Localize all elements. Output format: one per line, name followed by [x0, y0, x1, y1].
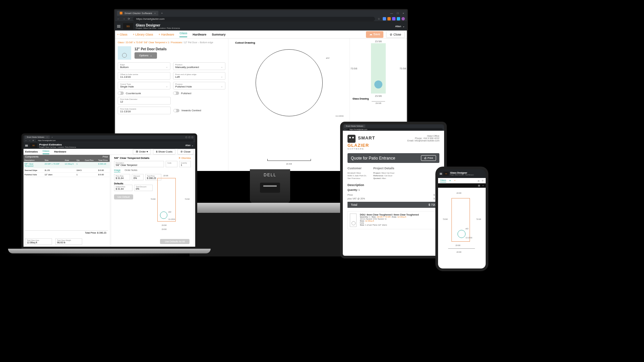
brand-logo-icon: SG [443, 172, 449, 176]
breadcrumb-item[interactable]: Processes [171, 41, 182, 44]
show-costs-button[interactable]: $ Show Costs [153, 149, 175, 155]
price-rate-input[interactable]: Price Rate$ 31.64 [114, 174, 130, 180]
qty-stepper[interactable]: Quantity1 [179, 161, 191, 167]
close-window-icon[interactable]: × [402, 12, 404, 15]
close-tab-icon[interactable]: × [47, 136, 48, 138]
extension-icon[interactable] [387, 17, 391, 20]
breadcrumb-item[interactable]: 23-5/8" x 73-5/8" 5/8" Clear Tempered x … [126, 41, 169, 44]
table-row[interactable]: Seamed Edge2L 2S194.5$ 0.00 [23, 168, 110, 173]
position-select[interactable]: PositionManually positioned⌄ [173, 62, 226, 70]
new-tab-icon[interactable]: + [52, 136, 53, 138]
url-input[interactable]: https://smartglazier.com [133, 17, 375, 21]
maximize-icon[interactable]: □ [397, 12, 398, 15]
edge-select[interactable]: EdgeBottom⌄ [118, 62, 170, 70]
url-input[interactable]: https://smartglazier.com [347, 128, 443, 131]
browser-tab[interactable]: Smart Glazier Software × [25, 135, 50, 139]
chevron-down-icon: ⌄ [221, 65, 223, 68]
from-end-select[interactable]: From end of glass edgeLeft⌄ [173, 72, 226, 80]
favicon-icon [120, 12, 122, 14]
menu-icon[interactable] [440, 173, 442, 175]
tab-glass[interactable]: Glass [43, 149, 49, 154]
extension-icon[interactable] [383, 17, 386, 20]
browser-tab[interactable]: Smart Glazier Software × [117, 11, 158, 16]
glass-drawing: 23-5/8 73-5/8 73-5/8 ø12 11-13/16 23-5/8… [438, 188, 486, 268]
tab-hardware[interactable]: Hardware [193, 33, 206, 36]
total-row: Total$ 720 [347, 202, 439, 208]
close-window-icon[interactable] [192, 136, 193, 138]
add-hardware-button[interactable]: + Hardware [159, 33, 174, 36]
chevron-down-icon: ⌄ [150, 54, 152, 57]
tab-image[interactable]: Image [114, 169, 120, 172]
breadcrumb-item[interactable]: Glass [118, 41, 124, 44]
polished-toggle[interactable]: Polished [173, 92, 226, 95]
code-input[interactable]: Code [166, 161, 177, 167]
use-defaults-all-button[interactable]: Use Defaults for All [160, 239, 190, 244]
tab-order-notes[interactable]: Order Notes [124, 169, 137, 172]
countersunk-toggle[interactable]: Countersunk [118, 92, 170, 95]
minimize-icon[interactable]: — [390, 12, 393, 15]
process-select[interactable]: ProcessPolished Hole⌄ [173, 82, 226, 89]
cutout-circle [458, 230, 466, 238]
close-tab-icon[interactable]: × [154, 12, 156, 15]
tab-estimates[interactable]: Estimates [25, 150, 38, 153]
new-tab-icon[interactable]: + [161, 12, 163, 15]
menu-icon[interactable] [25, 145, 28, 146]
discount-input[interactable]: Discount0% [132, 174, 144, 180]
table-row[interactable]: Polished Hole12" diam1$ 0.00 [23, 173, 110, 177]
options-button[interactable]: Options ⌄ [135, 52, 157, 59]
use-default-button[interactable]: Use Default [114, 194, 133, 199]
item-thumbnail-icon [350, 214, 357, 227]
add-library-glass-button[interactable]: + Library Glass [133, 33, 153, 36]
brand: SMARTGLAZIER SOFTWARE [347, 135, 375, 150]
url-input[interactable]: https://smartglazier.com [36, 139, 194, 142]
list-icon[interactable]: ≡ [482, 184, 484, 187]
add-button[interactable]: + [454, 179, 455, 182]
tab-glass[interactable]: Glass [440, 179, 446, 182]
offset-input[interactable]: Offset to hole centre11-13/16 [118, 72, 170, 80]
save-icon[interactable]: ☁ [477, 179, 480, 182]
user-menu[interactable]: Allan ⌄ [395, 25, 405, 28]
print-button[interactable]: 🖨 Print [421, 155, 436, 161]
add-glass-button[interactable]: + Glass [117, 33, 127, 36]
col-costplus: Cost Plus [84, 159, 97, 161]
baseline [267, 161, 311, 161]
tab-glass[interactable]: Glass [179, 32, 187, 37]
tablet: Smart Glazier Software ←https://smartgla… [340, 122, 447, 258]
extension-icon[interactable] [397, 17, 400, 20]
close-button[interactable]: ⊘ Close [177, 149, 194, 155]
browser-tab[interactable]: Smart Glazier Software [344, 124, 365, 128]
chevron-down-icon[interactable]: ▾ [449, 179, 451, 182]
close-icon[interactable]: ⊘ [482, 179, 484, 182]
description-input[interactable]: Description5/8" Clear Tempered [114, 161, 164, 167]
menu-icon[interactable] [117, 25, 120, 27]
star-icon[interactable]: ☆ [378, 17, 380, 20]
tab-hardware[interactable]: Hardware [54, 150, 66, 153]
tab-summary[interactable]: Summary [212, 33, 225, 36]
dimension-label: 23-5/8 [350, 40, 407, 43]
browser-url-bar: ←https://smartglazier.com [343, 128, 444, 131]
forward-icon[interactable]: → [29, 139, 31, 141]
reload-icon[interactable]: ⟳ [128, 17, 130, 20]
forward-icon[interactable]: → [122, 17, 125, 20]
user-menu[interactable]: Allan ⌄ [185, 144, 194, 147]
minimize-icon[interactable] [185, 136, 187, 138]
col-size: Size [44, 159, 64, 161]
inwards-centred-toggle[interactable]: Inwards Centred [173, 107, 225, 114]
extension-icon[interactable] [392, 17, 395, 20]
order-button[interactable]: ⊞ Order ▾ [133, 149, 151, 155]
table-row[interactable]: 5/8" Clear Tempered23-5/8" x 73-3/8"12.3… [23, 162, 110, 168]
back-icon[interactable]: ← [344, 128, 346, 130]
cutout-type-select[interactable]: Cutout TypeSingle Hole⌄ [118, 82, 170, 89]
save-button[interactable]: ☁ Save [366, 31, 383, 38]
hole-inwards-input[interactable]: First Hole Inwards11-13/16 [118, 107, 171, 114]
dismiss-link[interactable]: ✕ Dismiss [178, 157, 191, 160]
back-icon[interactable]: ← [117, 17, 120, 20]
close-button[interactable]: ⊘ Close [386, 31, 405, 38]
back-icon[interactable]: ← [25, 139, 27, 141]
hole-diameter-input[interactable]: First Hole Diameter12 [118, 97, 171, 105]
reload-icon[interactable]: ⟳ [33, 139, 34, 141]
breadcrumb: Glass / 23-5/8" x 73-5/8" 5/8" Clear Tem… [118, 41, 225, 44]
profile-avatar-icon[interactable] [401, 17, 405, 20]
maximize-icon[interactable] [189, 136, 190, 138]
grid-icon[interactable]: ▦ [478, 184, 480, 187]
